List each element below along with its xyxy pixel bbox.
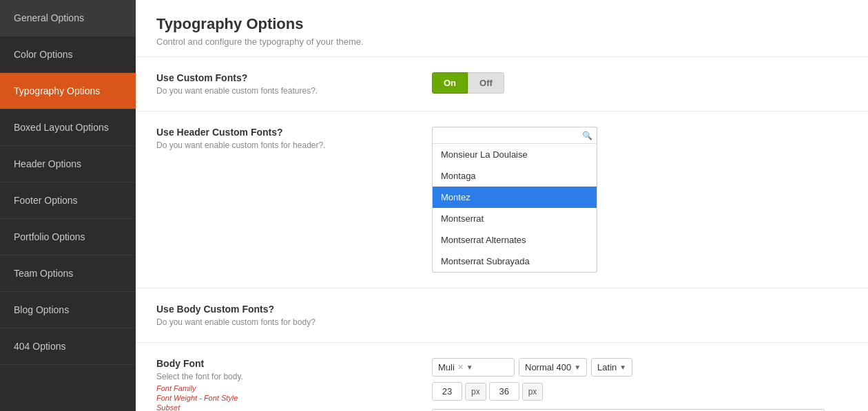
header-fonts-desc: Do you want enable custom fonts for head…: [156, 140, 432, 150]
dropdown-item[interactable]: Montez: [433, 187, 597, 208]
font-search-input[interactable]: [437, 130, 582, 140]
font-size-unit: px: [465, 383, 486, 401]
custom-fonts-title: Use Custom Fonts?: [156, 72, 432, 83]
size-controls-row: px px: [432, 382, 847, 401]
sidebar-item-header[interactable]: Header Options: [0, 146, 136, 182]
font-labels: Font Family Font Weight - Font Style Sub…: [156, 384, 432, 411]
toggle-on-button[interactable]: On: [432, 72, 468, 94]
toggle-group: On Off: [432, 72, 847, 94]
sidebar-item-team[interactable]: Team Options: [0, 255, 136, 292]
custom-fonts-section: Use Custom Fonts? Do you want enable cus…: [136, 57, 868, 112]
dropdown-item[interactable]: Montserrat Subrayada: [433, 251, 597, 272]
body-font-label: Body Font Select the font for body. Font…: [156, 358, 432, 411]
subset-value: Latin: [597, 362, 617, 372]
body-font-control: Muli ✕ ▼ Normal 400 ▼ Latin ▼ px: [432, 358, 847, 411]
header-fonts-title: Use Header Custom Fonts?: [156, 127, 432, 138]
font-selector-row: Muli ✕ ▼ Normal 400 ▼ Latin ▼: [432, 358, 847, 377]
sidebar-item-footer[interactable]: Footer Options: [0, 182, 136, 219]
search-input-row: 🔍: [433, 127, 597, 144]
dropdown-item[interactable]: Monsieur La Doulaise: [433, 144, 597, 165]
dropdown-list: Monsieur La DoulaiseMontagaMontezMontser…: [433, 144, 597, 272]
body-font-section: Body Font Select the font for body. Font…: [136, 343, 868, 411]
line-height-unit: px: [522, 383, 544, 401]
sidebar-item-blog[interactable]: Blog Options: [0, 292, 136, 328]
body-fonts-desc: Do you want enable custom fonts for body…: [156, 317, 432, 327]
sidebar: General OptionsColor OptionsTypography O…: [0, 0, 136, 411]
subset-select[interactable]: Latin ▼: [591, 358, 632, 377]
body-fonts-title: Use Body Custom Fonts?: [156, 304, 432, 315]
toggle-off-button[interactable]: Off: [468, 72, 504, 94]
line-height-input[interactable]: [489, 382, 519, 401]
header-font-dropdown[interactable]: 🔍 Monsieur La DoulaiseMontagaMontezMonts…: [432, 127, 597, 273]
sidebar-item-general[interactable]: General Options: [0, 0, 136, 36]
body-font-controls-group: Muli ✕ ▼ Normal 400 ▼ Latin ▼ px: [432, 358, 847, 411]
clear-font-button[interactable]: ✕: [457, 363, 464, 372]
font-size-input[interactable]: [432, 382, 462, 401]
font-family-value: Muli: [438, 362, 455, 372]
dropdown-item[interactable]: Montaga: [433, 165, 597, 187]
dropdown-item[interactable]: Montserrat Alternates: [433, 229, 597, 251]
dropdown-search-box: 🔍 Monsieur La DoulaiseMontagaMontezMonts…: [432, 127, 597, 273]
font-family-arrow-icon: ▼: [466, 363, 473, 371]
page-title: Typography Options: [156, 15, 847, 33]
header-fonts-control: 🔍 Monsieur La DoulaiseMontagaMontezMonts…: [432, 127, 847, 273]
font-style-select[interactable]: Normal 400 ▼: [519, 358, 587, 377]
page-subtitle: Control and configure the typography of …: [156, 36, 847, 47]
dropdown-item[interactable]: Montserrat: [433, 208, 597, 229]
sidebar-item-portfolio[interactable]: Portfolio Options: [0, 219, 136, 255]
header-fonts-label: Use Header Custom Fonts? Do you want ena…: [156, 127, 432, 150]
custom-fonts-label: Use Custom Fonts? Do you want enable cus…: [156, 72, 432, 96]
font-weight-label: Font Weight - Font Style: [156, 394, 432, 402]
font-family-select[interactable]: Muli ✕ ▼: [432, 358, 515, 377]
body-fonts-section: Use Body Custom Fonts? Do you want enabl…: [136, 288, 868, 343]
body-font-desc: Select the font for body.: [156, 372, 432, 381]
custom-fonts-control: On Off: [432, 72, 847, 94]
body-font-title: Body Font: [156, 358, 432, 369]
header-fonts-section: Use Header Custom Fonts? Do you want ena…: [136, 112, 868, 288]
sidebar-item-typography[interactable]: Typography Options: [0, 73, 136, 109]
font-style-value: Normal 400: [525, 362, 571, 372]
page-header: Typography Options Control and configure…: [136, 0, 868, 57]
subset-label: Subset: [156, 403, 432, 411]
sidebar-item-color[interactable]: Color Options: [0, 36, 136, 73]
main-content: Typography Options Control and configure…: [136, 0, 868, 411]
search-icon: 🔍: [582, 131, 592, 140]
subset-arrow-icon: ▼: [619, 363, 626, 371]
custom-fonts-desc: Do you want enable custom fonts features…: [156, 86, 432, 96]
font-style-arrow-icon: ▼: [574, 363, 581, 371]
body-fonts-label: Use Body Custom Fonts? Do you want enabl…: [156, 304, 432, 327]
font-family-label: Font Family: [156, 384, 432, 392]
sidebar-item-404[interactable]: 404 Options: [0, 328, 136, 365]
sidebar-item-boxed[interactable]: Boxed Layout Options: [0, 109, 136, 146]
